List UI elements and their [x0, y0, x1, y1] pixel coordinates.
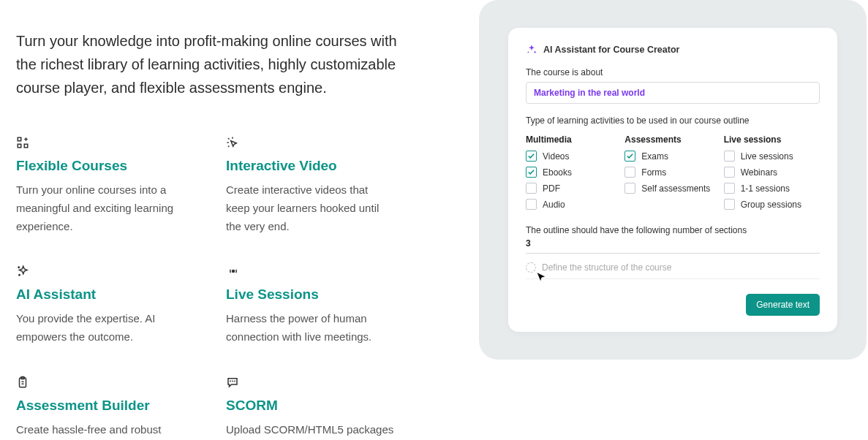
generate-text-button[interactable]: Generate text — [746, 294, 820, 316]
checkbox-label: Audio — [543, 200, 565, 210]
ai-sparkle-icon — [526, 44, 537, 56]
feature-desc: Create hassle-free and robust online exa… — [16, 421, 184, 440]
checkbox-label: Webinars — [741, 167, 777, 178]
intro-text: Turn your knowledge into profit-making o… — [16, 29, 417, 99]
demo-panel-region: AI Assistant for Course Creator The cour… — [439, 0, 868, 440]
checkbox-icon — [624, 167, 635, 178]
checkbox-label: Live sessions — [741, 151, 793, 162]
feature-desc: You provide the expertise. AI empowers t… — [16, 310, 184, 346]
panel-title: AI Assistant for Course Creator — [543, 45, 679, 55]
checkbox-label: Exams — [641, 151, 668, 162]
checkbox-icon — [724, 199, 735, 210]
feature-title: Assessment Builder — [16, 398, 207, 414]
feature-title: Interactive Video — [226, 158, 417, 174]
checkbox-label: Ebooks — [543, 167, 572, 178]
checkbox-option[interactable]: Audio — [526, 199, 622, 210]
feature-title: Flexible Courses — [16, 158, 207, 174]
checkbox-label: Self assessments — [641, 183, 710, 194]
feature-grid: Flexible Courses Turn your online course… — [16, 136, 417, 440]
svg-point-9 — [233, 270, 235, 273]
ai-assistant-panel: AI Assistant for Course Creator The cour… — [508, 28, 837, 332]
sections-label: The outline should have the following nu… — [526, 225, 820, 235]
feature-desc: Create interactive videos that keep your… — [226, 181, 394, 235]
checkbox-option[interactable]: Webinars — [724, 167, 820, 178]
feature-assessment-builder: Assessment Builder Create hassle-free an… — [16, 376, 207, 440]
feature-interactive-video: Interactive Video Create interactive vid… — [226, 136, 417, 235]
assessments-column: Assessments ExamsFormsSelf assessments — [624, 134, 720, 215]
svg-line-5 — [228, 138, 230, 140]
feature-scorm: SCORM Upload SCORM/HTML5 packages and ac… — [226, 376, 417, 440]
checkbox-label: PDF — [543, 183, 560, 194]
checkbox-option[interactable]: PDF — [526, 183, 622, 194]
activities-label: Type of learning activities to be used i… — [526, 115, 820, 126]
cursor-click-icon — [226, 136, 417, 152]
checkbox-icon — [526, 183, 537, 194]
course-topic-input[interactable] — [526, 82, 820, 104]
checkbox-icon — [526, 199, 537, 210]
panel-frame: AI Assistant for Course Creator The cour… — [479, 0, 867, 360]
column-title: Assessments — [624, 134, 720, 145]
checkbox-option[interactable]: Group sessions — [724, 199, 820, 210]
checkbox-label: Group sessions — [741, 200, 801, 210]
feature-desc: Turn your online courses into a meaningf… — [16, 181, 184, 235]
grid-plus-icon — [16, 136, 207, 152]
checkbox-option[interactable]: 1-1 sessions — [724, 183, 820, 194]
activity-columns: Multimedia VideosEbooksPDFAudio Assessme… — [526, 134, 820, 215]
checkbox-icon — [724, 167, 735, 178]
checkbox-option[interactable]: Forms — [624, 167, 720, 178]
checkbox-option[interactable]: Exams — [624, 151, 720, 162]
checkbox-label: 1-1 sessions — [741, 183, 790, 194]
panel-header: AI Assistant for Course Creator — [526, 44, 820, 56]
checkbox-label: Videos — [543, 151, 569, 162]
feature-title: SCORM — [226, 398, 417, 414]
feature-live-sessions: Live Sessions Harness the power of human… — [226, 265, 417, 346]
checkbox-icon — [724, 183, 735, 194]
structure-placeholder: Define the structure of the course — [542, 262, 671, 273]
sections-value-input[interactable]: 3 — [526, 238, 820, 254]
feature-title: AI Assistant — [16, 287, 207, 303]
svg-rect-1 — [18, 144, 21, 148]
checkbox-label: Forms — [641, 167, 666, 178]
svg-line-8 — [228, 146, 230, 148]
feature-ai-assistant: AI Assistant You provide the expertise. … — [16, 265, 207, 346]
svg-rect-0 — [18, 137, 21, 141]
svg-rect-2 — [24, 144, 28, 148]
topic-label: The course is about — [526, 67, 820, 77]
broadcast-icon — [226, 265, 417, 281]
panel-actions: Generate text — [526, 294, 820, 316]
clipboard-icon — [16, 376, 207, 392]
checkbox-icon — [624, 151, 635, 162]
checkbox-option[interactable]: Ebooks — [526, 167, 622, 178]
checkbox-option[interactable]: Live sessions — [724, 151, 820, 162]
feature-desc: Harness the power of human connection wi… — [226, 310, 394, 346]
multimedia-column: Multimedia VideosEbooksPDFAudio — [526, 134, 622, 215]
checkbox-icon — [724, 151, 735, 162]
checkbox-icon — [526, 167, 537, 178]
feature-desc: Upload SCORM/HTML5 packages and activiti… — [226, 421, 394, 440]
column-title: Live sessions — [724, 134, 820, 145]
checkbox-option[interactable]: Videos — [526, 151, 622, 162]
cursor-pointer-icon — [535, 271, 548, 284]
checkbox-icon — [526, 151, 537, 162]
feature-flexible-courses: Flexible Courses Turn your online course… — [16, 136, 207, 235]
structure-input[interactable]: Define the structure of the course — [526, 262, 820, 279]
checkbox-option[interactable]: Self assessments — [624, 183, 720, 194]
feature-title: Live Sessions — [226, 287, 417, 303]
marketing-copy: Turn your knowledge into profit-making o… — [0, 0, 439, 440]
live-column: Live sessions Live sessionsWebinars1-1 s… — [724, 134, 820, 215]
checkbox-icon — [624, 183, 635, 194]
chat-icon — [226, 376, 417, 392]
sparkles-icon — [16, 265, 207, 281]
column-title: Multimedia — [526, 134, 622, 145]
